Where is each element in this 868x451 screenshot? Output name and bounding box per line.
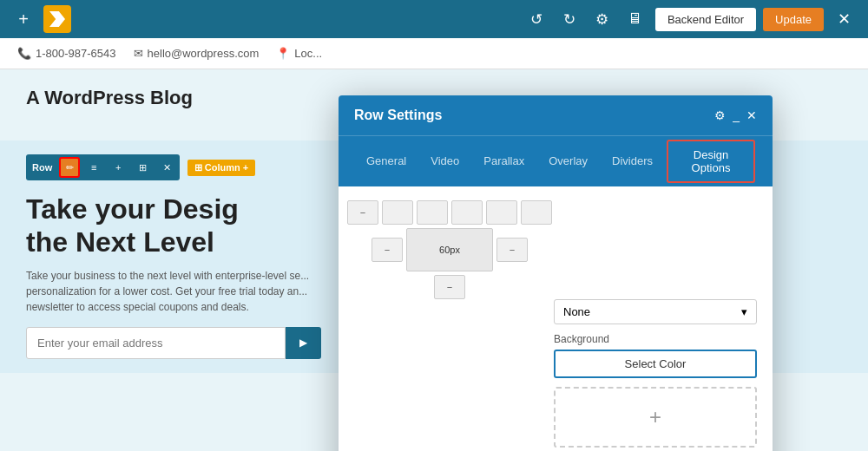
right-controls: None ▾ Background Select Color + No Repe…: [554, 200, 757, 451]
backend-editor-button[interactable]: Backend Editor: [655, 8, 756, 31]
secondary-bar: 📞 1-800-987-6543 ✉ hello@wordpress.com 📍…: [0, 38, 868, 69]
pad-top-empty2: [417, 200, 448, 225]
tab-dividers[interactable]: Dividers: [600, 136, 665, 186]
pad-top-minus: −: [347, 200, 378, 225]
redo-button[interactable]: ↻: [556, 6, 582, 32]
phone-icon: 📞: [17, 47, 31, 60]
responsive-button[interactable]: 🖥: [622, 6, 648, 32]
select-color-button[interactable]: Select Color: [554, 350, 757, 378]
toolbar-left: +: [10, 5, 71, 33]
mail-icon: ✉: [134, 47, 143, 60]
page-content: A WordPress Blog Row ✏ ≡ + ⊞ ✕ ⊞ Column …: [0, 69, 868, 451]
tab-parallax[interactable]: Parallax: [471, 136, 536, 186]
location-item: 📍 Loc...: [276, 47, 322, 60]
toolbar-right: ↺ ↻ ⚙ 🖥 Backend Editor Update ✕: [523, 6, 858, 32]
modal-header: Row Settings ⚙ _ ✕: [339, 95, 773, 135]
padding-top-row: −: [347, 200, 552, 225]
tab-design-options[interactable]: Design Options: [667, 140, 755, 183]
modal-close-icon[interactable]: ✕: [746, 108, 757, 122]
modal-title: Row Settings: [354, 108, 442, 123]
location-icon: 📍: [276, 47, 290, 60]
none-select[interactable]: None ▾: [554, 299, 757, 324]
pad-top-empty5: [521, 200, 552, 225]
modal-tabs: General Video Parallax Overlay Dividers …: [339, 135, 773, 186]
tab-overlay[interactable]: Overlay: [536, 136, 600, 186]
image-upload-box[interactable]: +: [554, 387, 757, 448]
tab-general[interactable]: General: [354, 136, 418, 186]
logo: [43, 5, 71, 33]
padding-bottom-row: −: [434, 275, 465, 299]
close-icon[interactable]: ✕: [831, 6, 858, 32]
modal-header-icons: ⚙ _ ✕: [714, 108, 757, 122]
row-settings-modal: Row Settings ⚙ _ ✕ General Video Paralla…: [339, 95, 773, 451]
add-button[interactable]: +: [10, 6, 36, 32]
settings-button[interactable]: ⚙: [589, 6, 615, 32]
phone-number: 1-800-987-6543: [36, 47, 116, 60]
pad-left-minus: −: [372, 238, 403, 262]
modal-minimize-icon[interactable]: _: [733, 108, 740, 122]
email-item: ✉ hello@wordpress.com: [134, 47, 260, 60]
modal-overlay: Row Settings ⚙ _ ✕ General Video Paralla…: [0, 69, 868, 451]
pad-right-minus: −: [496, 238, 528, 262]
padding-middle-row: − 60px −: [372, 228, 528, 271]
pad-bottom-minus: −: [434, 275, 465, 299]
update-button[interactable]: Update: [763, 8, 824, 31]
modal-body: − − 60px − −: [339, 186, 773, 451]
pad-center-value: 60px: [406, 228, 493, 271]
location-label: Loc...: [294, 47, 322, 60]
background-label: Background: [554, 333, 757, 345]
tab-video[interactable]: Video: [418, 136, 471, 186]
pad-top-empty3: [451, 200, 483, 225]
phone-item: 📞 1-800-987-6543: [17, 47, 116, 60]
top-toolbar: + ↺ ↻ ⚙ 🖥 Backend Editor Update ✕: [0, 0, 868, 38]
email-address: hello@wordpress.com: [148, 47, 260, 60]
pad-top-empty1: [382, 200, 413, 225]
plus-icon: +: [649, 405, 661, 429]
pad-top-empty4: [486, 200, 517, 225]
padding-grid: − − 60px − −: [354, 200, 545, 299]
modal-settings-icon[interactable]: ⚙: [714, 108, 726, 122]
chevron-down-icon: ▾: [741, 305, 747, 318]
undo-button[interactable]: ↺: [523, 6, 549, 32]
logo-icon: [49, 11, 65, 27]
